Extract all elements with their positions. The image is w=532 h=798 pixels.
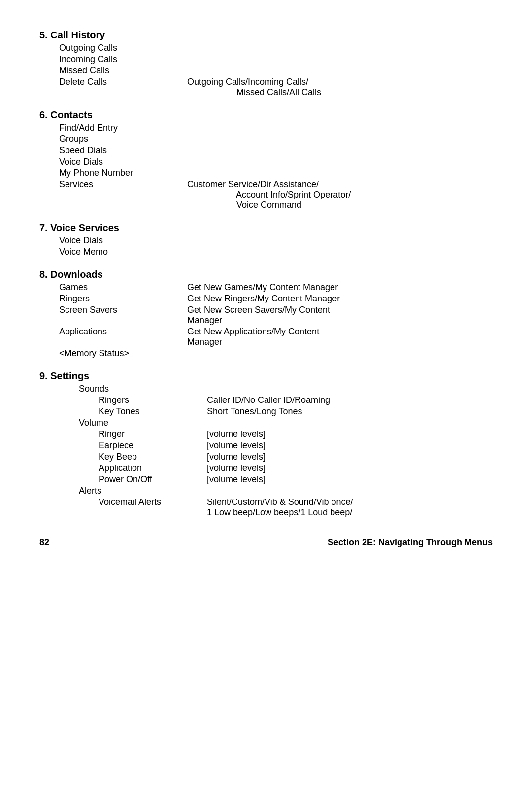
item-value: Get New Applications/My ContentManager (187, 327, 493, 347)
list-item: Missed Calls (59, 66, 493, 76)
page-footer: 82 Section 2E: Navigating Through Menus (39, 537, 493, 548)
item-label: Missed Calls (59, 66, 187, 76)
subsection-volume: Volume (79, 418, 493, 428)
item-label: Ringer (99, 429, 207, 439)
section-call-history: 5. Call History Outgoing Calls Incoming … (39, 30, 493, 98)
item-label: Find/Add Entry (59, 123, 187, 133)
item-value: [volume levels] (207, 463, 493, 473)
item-label: Groups (59, 134, 187, 144)
item-value: [volume levels] (207, 474, 493, 485)
section-voice-services: 7. Voice Services Voice Dials Voice Memo (39, 222, 493, 257)
list-item: Delete Calls Outgoing Calls/Incoming Cal… (59, 77, 493, 98)
item-label: Voice Dials (59, 157, 187, 167)
heading-contacts: 6. Contacts (39, 109, 493, 121)
list-item: Applications Get New Applications/My Con… (59, 327, 493, 347)
footer-section-title: Section 2E: Navigating Through Menus (328, 537, 493, 548)
list-item: Speed Dials (59, 145, 493, 156)
heading-call-history: 5. Call History (39, 30, 493, 41)
item-label: Voicemail Alerts (99, 497, 207, 518)
item-value: [volume levels] (207, 429, 493, 439)
item-label: Outgoing Calls (59, 43, 187, 53)
list-item: Ringers Caller ID/No Caller ID/Roaming (99, 395, 493, 405)
item-label: Key Tones (99, 406, 207, 417)
list-item: Outgoing Calls (59, 43, 493, 53)
list-item: Voice Memo (59, 247, 493, 257)
list-item: Ringer [volume levels] (99, 429, 493, 439)
item-value: Get New Screen Savers/My ContentManager (187, 305, 493, 326)
list-item: Key Beep [volume levels] (99, 452, 493, 462)
subsection-alerts: Alerts (79, 486, 493, 496)
list-item: Groups (59, 134, 493, 144)
item-label: Applications (59, 327, 187, 347)
list-item: My Phone Number (59, 168, 493, 178)
item-value: Outgoing Calls/Incoming Calls/ Missed Ca… (187, 77, 493, 98)
item-label: Earpiece (99, 440, 207, 451)
item-value: Get New Games/My Content Manager (187, 282, 493, 293)
list-item: Services Customer Service/Dir Assistance… (59, 179, 493, 210)
heading-settings: 9. Settings (39, 370, 493, 382)
item-label: Speed Dials (59, 145, 187, 156)
item-label: Voice Memo (59, 247, 187, 257)
list-item: Voicemail Alerts Silent/Custom/Vib & Sou… (99, 497, 493, 518)
page-content: 5. Call History Outgoing Calls Incoming … (39, 30, 493, 548)
item-value: Customer Service/Dir Assistance/ Account… (187, 179, 493, 210)
list-item: Power On/Off [volume levels] (99, 474, 493, 485)
item-value: Silent/Custom/Vib & Sound/Vib once/1 Low… (207, 497, 493, 518)
item-label: Screen Savers (59, 305, 187, 326)
item-label: Delete Calls (59, 77, 187, 98)
list-item: Key Tones Short Tones/Long Tones (99, 406, 493, 417)
heading-downloads: 8. Downloads (39, 269, 493, 280)
item-label: Ringers (99, 395, 207, 405)
item-label: Services (59, 179, 187, 210)
list-item: Voice Dials (59, 157, 493, 167)
item-label: Voice Dials (59, 235, 187, 246)
subsection-sounds: Sounds (79, 384, 493, 394)
item-label: Power On/Off (99, 474, 207, 485)
item-label: Application (99, 463, 207, 473)
list-item: Voice Dials (59, 235, 493, 246)
item-label: Games (59, 282, 187, 293)
memory-status: <Memory Status> (59, 348, 493, 359)
item-label: Incoming Calls (59, 54, 187, 65)
section-downloads: 8. Downloads Games Get New Games/My Cont… (39, 269, 493, 359)
section-settings: 9. Settings Sounds Ringers Caller ID/No … (39, 370, 493, 518)
list-item: Find/Add Entry (59, 123, 493, 133)
item-label: My Phone Number (59, 168, 187, 178)
item-value: Short Tones/Long Tones (207, 406, 493, 417)
item-label: Key Beep (99, 452, 207, 462)
list-item: Earpiece [volume levels] (99, 440, 493, 451)
page-number: 82 (39, 537, 49, 548)
list-item: Ringers Get New Ringers/My Content Manag… (59, 294, 493, 304)
item-value: [volume levels] (207, 452, 493, 462)
list-item: Games Get New Games/My Content Manager (59, 282, 493, 293)
list-item: Incoming Calls (59, 54, 493, 65)
item-value: Caller ID/No Caller ID/Roaming (207, 395, 493, 405)
item-value: Get New Ringers/My Content Manager (187, 294, 493, 304)
heading-voice-services: 7. Voice Services (39, 222, 493, 233)
section-contacts: 6. Contacts Find/Add Entry Groups Speed … (39, 109, 493, 210)
item-label: Ringers (59, 294, 187, 304)
list-item: Application [volume levels] (99, 463, 493, 473)
list-item: Screen Savers Get New Screen Savers/My C… (59, 305, 493, 326)
item-value: [volume levels] (207, 440, 493, 451)
